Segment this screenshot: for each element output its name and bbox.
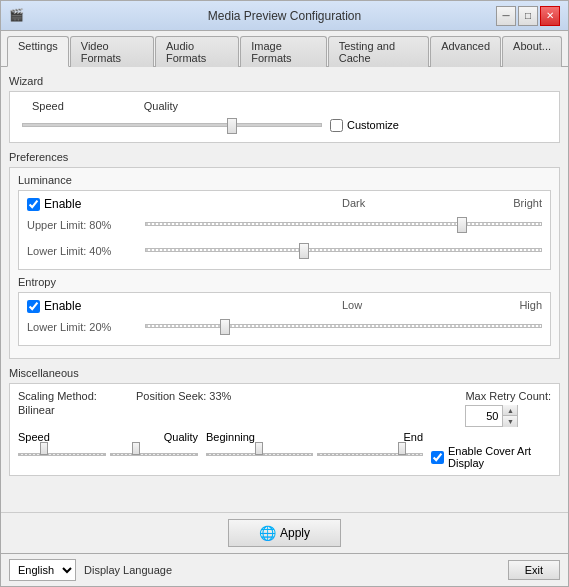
window-controls: ─ □ ✕ <box>496 6 560 26</box>
cover-art-label: Enable Cover Art Display <box>448 445 551 469</box>
wizard-slider-track <box>22 123 322 127</box>
wizard-section: Wizard Speed Quality Customize <box>9 75 560 143</box>
lower-limit-slider <box>145 241 542 259</box>
lower-limit-row: Lower Limit: 40% <box>27 241 542 263</box>
luminance-section: Luminance Enable Dark Bright U <box>18 174 551 270</box>
customize-checkbox[interactable] <box>330 119 343 132</box>
upper-limit-thumb[interactable] <box>457 217 467 233</box>
upper-limit-row: Upper Limit: 80% <box>27 215 542 237</box>
misc-quality-slider <box>110 447 198 461</box>
preferences-title: Preferences <box>9 151 560 163</box>
quality-label: Quality <box>164 431 198 443</box>
beginning-thumb[interactable] <box>255 442 263 455</box>
cover-art-check: Enable Cover Art Display <box>431 445 551 469</box>
luminance-enable-row: Enable Dark Bright <box>27 197 542 211</box>
apply-button[interactable]: 🌐 Apply <box>228 519 341 547</box>
beg-end-sliders <box>206 447 423 461</box>
bright-label: Bright <box>513 197 542 209</box>
footer-bar: English Display Language Exit <box>1 553 568 586</box>
tab-testing-cache[interactable]: Testing and Cache <box>328 36 429 67</box>
maximize-button[interactable]: □ <box>518 6 538 26</box>
lower-limit-thumb[interactable] <box>299 243 309 259</box>
window-title: Media Preview Configuration <box>1 9 568 23</box>
entropy-slider <box>145 317 542 335</box>
wizard-quality-label: Quality <box>144 100 178 112</box>
retry-label: Max Retry Count: <box>465 390 551 402</box>
spin-up-button[interactable]: ▲ <box>503 405 517 416</box>
low-high-labels: Low High <box>342 299 542 313</box>
speed-quality-col: Speed Quality <box>18 431 198 461</box>
misc-speed-slider <box>18 447 106 461</box>
scaling-col: Scaling Method: Bilinear <box>18 390 128 416</box>
luminance-enable-checkbox[interactable] <box>27 198 40 211</box>
luminance-enable-label: Enable <box>44 197 81 211</box>
spin-down-button[interactable]: ▼ <box>503 416 517 427</box>
preferences-section: Preferences Luminance Enable Dark Bright <box>9 151 560 359</box>
low-label: Low <box>342 299 362 311</box>
misc-box: Scaling Method: Bilinear Position Seek: … <box>9 383 560 476</box>
end-track <box>317 453 424 456</box>
app-icon: 🎬 <box>9 8 25 24</box>
end-thumb[interactable] <box>398 442 406 455</box>
retry-box: Max Retry Count: 50 ▲ ▼ <box>465 390 551 427</box>
minimize-button[interactable]: ─ <box>496 6 516 26</box>
misc-speed-thumb[interactable] <box>40 442 48 455</box>
upper-limit-label: Upper Limit: 80% <box>27 219 137 231</box>
entropy-inner: Enable Low High Lower Limit: 20% <box>18 292 551 346</box>
customize-label: Customize <box>347 119 399 131</box>
tab-settings[interactable]: Settings <box>7 36 69 67</box>
misc-speed-track <box>18 453 106 456</box>
beginning-slider <box>206 447 313 461</box>
settings-content: Wizard Speed Quality Customize <box>1 67 568 512</box>
tab-image-formats[interactable]: Image Formats <box>240 36 326 67</box>
entropy-lower-label: Lower Limit: 20% <box>27 321 137 333</box>
entropy-track <box>145 324 542 328</box>
luminance-title: Luminance <box>18 174 551 186</box>
apply-icon: 🌐 <box>259 525 276 541</box>
wizard-title: Wizard <box>9 75 560 87</box>
tab-video-formats[interactable]: Video Formats <box>70 36 154 67</box>
wizard-slider-container <box>22 116 322 134</box>
entropy-enable-checkbox[interactable] <box>27 300 40 313</box>
wizard-box: Speed Quality Customize <box>9 91 560 143</box>
wizard-slider-thumb[interactable] <box>227 118 237 134</box>
entropy-enable-row: Enable Low High <box>27 299 542 313</box>
position-seek-label: Position Seek: 33% <box>136 390 457 402</box>
tab-audio-formats[interactable]: Audio Formats <box>155 36 239 67</box>
wizard-labels: Speed Quality <box>32 100 547 112</box>
beginning-label: Beginning <box>206 431 255 443</box>
misc-title: Miscellaneous <box>9 367 560 379</box>
apply-label: Apply <box>280 526 310 540</box>
wizard-speed-label: Speed <box>32 100 64 112</box>
cover-art-checkbox[interactable] <box>431 451 444 464</box>
exit-button[interactable]: Exit <box>508 560 560 580</box>
misc-row-2: Speed Quality <box>18 431 551 469</box>
lower-limit-track <box>145 248 542 252</box>
position-col: Position Seek: 33% <box>136 390 457 402</box>
upper-limit-track <box>145 222 542 226</box>
end-label: End <box>403 431 423 443</box>
entropy-thumb[interactable] <box>220 319 230 335</box>
main-window: 🎬 Media Preview Configuration ─ □ ✕ Sett… <box>0 0 569 587</box>
beg-end-col: Beginning End <box>206 431 423 461</box>
luminance-inner: Enable Dark Bright Upper Limit: 80% <box>18 190 551 270</box>
misc-row-1: Scaling Method: Bilinear Position Seek: … <box>18 390 551 427</box>
misc-quality-thumb[interactable] <box>132 442 140 455</box>
retry-input[interactable]: 50 <box>466 408 502 424</box>
spin-buttons: ▲ ▼ <box>502 405 517 427</box>
tab-bar: Settings Video Formats Audio Formats Ima… <box>1 31 568 67</box>
retry-input-box: 50 ▲ ▼ <box>465 405 518 427</box>
close-button[interactable]: ✕ <box>540 6 560 26</box>
tab-about[interactable]: About... <box>502 36 562 67</box>
title-bar: 🎬 Media Preview Configuration ─ □ ✕ <box>1 1 568 31</box>
lower-limit-label: Lower Limit: 40% <box>27 245 137 257</box>
entropy-enable-label: Enable <box>44 299 81 313</box>
bottom-bar: 🌐 Apply <box>1 512 568 553</box>
display-language-label: Display Language <box>84 564 500 576</box>
entropy-section: Entropy Enable Low High Lower <box>18 276 551 346</box>
scaling-value: Bilinear <box>18 404 128 416</box>
beg-end-labels: Beginning End <box>206 431 423 443</box>
tab-advanced[interactable]: Advanced <box>430 36 501 67</box>
language-select[interactable]: English <box>9 559 76 581</box>
scaling-label: Scaling Method: <box>18 390 128 402</box>
